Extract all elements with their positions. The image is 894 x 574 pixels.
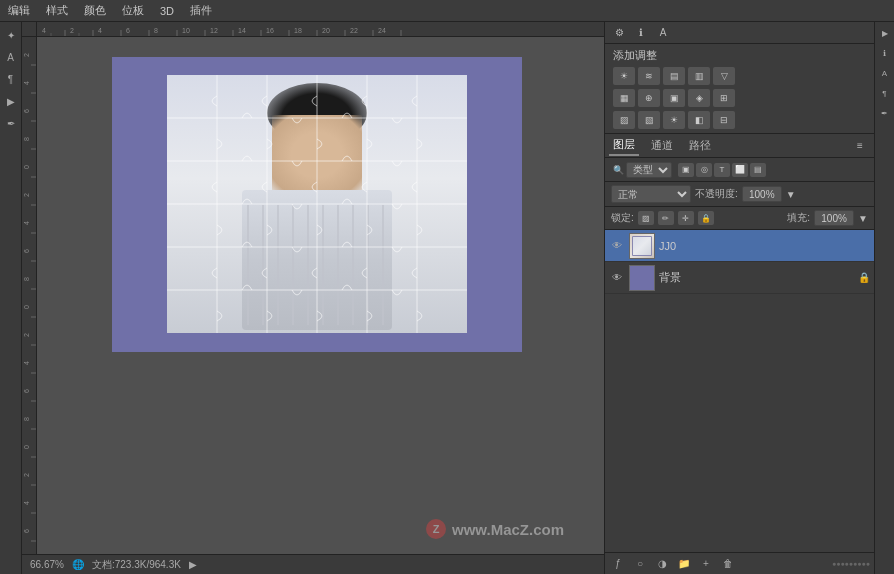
new-folder-btn[interactable]: 📁 (675, 556, 693, 572)
layer-row[interactable]: 👁 JJ0 (605, 230, 874, 262)
panel-info-btn[interactable]: ℹ (631, 24, 651, 42)
adj-gradient-map[interactable]: ▥ (688, 67, 710, 85)
svg-text:6: 6 (23, 529, 30, 533)
menu-plugin[interactable]: 插件 (190, 3, 212, 18)
adjustment-icons-row2: ▦ ⊕ ▣ ◈ ⊞ (613, 89, 866, 107)
layer-list: 👁 JJ0 👁 背景 🔒 (605, 230, 874, 552)
watermark: Z www.MacZ.com (426, 519, 564, 539)
layers-panel: 图层 通道 路径 ≡ 🔍 类型 ▣ ◎ T ⬜ (605, 134, 874, 574)
adj-triangle[interactable]: ▽ (713, 67, 735, 85)
adj-grid[interactable]: ⊞ (713, 89, 735, 107)
opacity-percent: ▼ (786, 189, 796, 200)
tab-channels[interactable]: 通道 (647, 136, 677, 155)
canvas-content[interactable]: .pline { stroke: rgba(255,255,255,0.6); … (37, 37, 604, 554)
panel-text-btn[interactable]: A (653, 24, 673, 42)
right-strip-btn5[interactable]: ✒ (876, 104, 894, 122)
menu-style[interactable]: 样式 (46, 3, 68, 18)
menu-board[interactable]: 位板 (122, 3, 144, 18)
layer-eye-jj0[interactable]: 👁 (609, 238, 625, 254)
status-bar: 66.67% 🌐 文档:723.3K/964.3K ▶ (22, 554, 604, 574)
new-adjustment-btn[interactable]: ◑ (653, 556, 671, 572)
layers-panel-menu[interactable]: ≡ (850, 137, 870, 155)
lock-transparency-btn[interactable]: ▨ (638, 211, 654, 225)
tool-play[interactable]: ▶ (2, 92, 20, 110)
layer-row[interactable]: 👁 背景 🔒 (605, 262, 874, 294)
adj-levels[interactable]: ▤ (663, 67, 685, 85)
filter-adjustment[interactable]: ◎ (696, 163, 712, 177)
filter-smart[interactable]: ▤ (750, 163, 766, 177)
tab-paths[interactable]: 路径 (685, 136, 715, 155)
adj-balance[interactable]: ⊕ (638, 89, 660, 107)
filter-pixel[interactable]: ▣ (678, 163, 694, 177)
menu-3d[interactable]: 3D (160, 5, 174, 17)
svg-text:0: 0 (23, 305, 30, 309)
lock-paint-btn[interactable]: ✏ (658, 211, 674, 225)
blend-mode-select[interactable]: 正常 (611, 185, 691, 203)
ruler-corner (22, 22, 37, 37)
filter-type-select[interactable]: 类型 (626, 162, 672, 178)
adj-curves[interactable]: ≋ (638, 67, 660, 85)
svg-text:24: 24 (378, 27, 386, 34)
adj-channel[interactable]: ▦ (613, 89, 635, 107)
new-layer-btn[interactable]: + (697, 556, 715, 572)
main-layout: ✦ A ¶ ▶ ✒ 4 2 4 6 8 10 12 14 (0, 22, 894, 574)
add-style-btn[interactable]: ƒ (609, 556, 627, 572)
opacity-section: 不透明度: ▼ (695, 186, 796, 202)
adj-mask2[interactable]: ▧ (638, 111, 660, 129)
adj-vibrance[interactable]: ◈ (688, 89, 710, 107)
svg-text:22: 22 (350, 27, 358, 34)
svg-text:4: 4 (23, 81, 30, 85)
filter-shape[interactable]: ⬜ (732, 163, 748, 177)
right-strip-btn4[interactable]: ¶ (876, 84, 894, 102)
lock-move-btn[interactable]: ✛ (678, 211, 694, 225)
layer-eye-bg[interactable]: 👁 (609, 270, 625, 286)
adjustment-icons-row1: ☀ ≋ ▤ ▥ ▽ (613, 67, 866, 85)
adj-mask1[interactable]: ▨ (613, 111, 635, 129)
svg-text:6: 6 (23, 109, 30, 113)
svg-text:4: 4 (23, 361, 30, 365)
svg-text:8: 8 (23, 277, 30, 281)
opacity-input[interactable] (742, 186, 782, 202)
adj-brightness[interactable]: ☀ (613, 67, 635, 85)
opacity-label: 不透明度: (695, 187, 738, 201)
right-strip-btn2[interactable]: ℹ (876, 44, 894, 62)
ruler-horizontal: 4 2 4 6 8 10 12 14 16 18 20 22 24 (37, 22, 604, 37)
nav-arrow[interactable]: ▶ (189, 559, 197, 570)
fill-input[interactable] (814, 210, 854, 226)
filter-text[interactable]: T (714, 163, 730, 177)
right-strip-toolbar: ▶ ℹ A ¶ ✒ (874, 22, 894, 574)
adj-selective[interactable]: ◧ (688, 111, 710, 129)
tool-paragraph[interactable]: ¶ (2, 70, 20, 88)
version-text: ●●●●●●●●● (832, 560, 870, 567)
right-strip-btn3[interactable]: A (876, 64, 894, 82)
tool-move[interactable]: ✦ (2, 26, 20, 44)
delete-layer-btn[interactable]: 🗑 (719, 556, 737, 572)
svg-text:8: 8 (23, 137, 30, 141)
svg-text:2: 2 (23, 473, 30, 477)
zoom-level: 66.67% (30, 559, 64, 570)
layers-tabs: 图层 通道 路径 ≡ (605, 134, 874, 158)
right-strip-btn1[interactable]: ▶ (876, 24, 894, 42)
adj-exposure[interactable]: ☀ (663, 111, 685, 129)
lock-all-btn[interactable]: 🔒 (698, 211, 714, 225)
svg-text:6: 6 (126, 27, 130, 34)
svg-text:14: 14 (238, 27, 246, 34)
adj-table[interactable]: ⊟ (713, 111, 735, 129)
blend-opacity-row: 正常 不透明度: ▼ (605, 182, 874, 207)
macz-logo-icon: Z (426, 519, 446, 539)
svg-text:8: 8 (154, 27, 158, 34)
left-toolbar: ✦ A ¶ ▶ ✒ (0, 22, 22, 574)
svg-text:2: 2 (23, 333, 30, 337)
menu-color[interactable]: 颜色 (84, 3, 106, 18)
layers-toolbar: 🔍 类型 ▣ ◎ T ⬜ ▤ (605, 158, 874, 182)
add-mask-btn[interactable]: ○ (631, 556, 649, 572)
lock-label: 锁定: (611, 211, 634, 225)
menu-edit[interactable]: 编辑 (8, 3, 30, 18)
tab-layers[interactable]: 图层 (609, 135, 639, 156)
adj-hue[interactable]: ▣ (663, 89, 685, 107)
layer-name-jj0: JJ0 (659, 240, 870, 252)
tool-pen[interactable]: ✒ (2, 114, 20, 132)
canvas-row: 2 4 6 8 0 2 4 6 8 0 2 4 6 8 0 2 4 (22, 37, 604, 554)
panel-settings-btn[interactable]: ⚙ (609, 24, 629, 42)
tool-text[interactable]: A (2, 48, 20, 66)
